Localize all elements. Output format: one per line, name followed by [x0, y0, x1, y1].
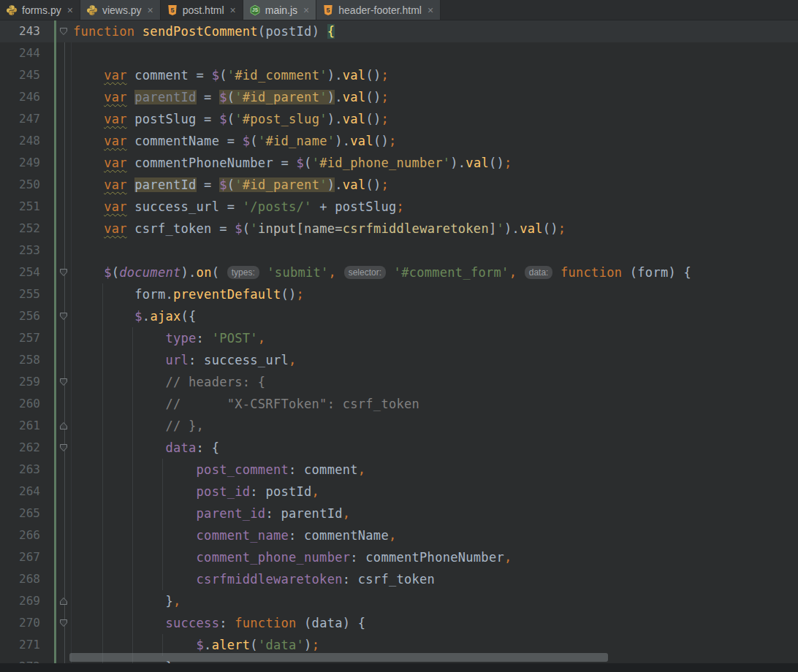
code-token: 'submit': [267, 265, 328, 280]
code-token: ': [319, 177, 327, 192]
code-token: val: [466, 156, 489, 170]
code-line[interactable]: 270 success: function (data) {: [0, 612, 798, 634]
code-line[interactable]: 254 $(document).on( types: 'submit', sel…: [0, 261, 798, 283]
code-rows: 243function sendPostComment(postId) {244…: [0, 20, 798, 672]
code-line[interactable]: 252 var csrf_token = $('input[name=csrfm…: [0, 218, 798, 240]
line-number: 261: [0, 415, 40, 437]
code-token: [73, 221, 104, 236]
close-icon[interactable]: ×: [428, 5, 433, 15]
code-token: [73, 177, 104, 192]
code-token: function: [560, 265, 622, 280]
editor-tab-bar: forms.py×views.py×5post.html×JSmain.js×5…: [0, 0, 798, 20]
code-token: ': [250, 221, 258, 236]
code-token: ,: [173, 594, 181, 608]
close-icon[interactable]: ×: [148, 5, 153, 15]
code-line[interactable]: 263 post_comment: comment,: [0, 459, 798, 481]
line-number: 244: [0, 42, 40, 64]
code-token: ': [319, 68, 327, 83]
line-number: 255: [0, 283, 40, 305]
tab-post.html[interactable]: 5post.html×: [161, 0, 243, 20]
tab-views.py[interactable]: views.py×: [80, 0, 161, 20]
code-line[interactable]: 269 },: [0, 590, 798, 612]
code-token: $: [134, 309, 142, 324]
code-line[interactable]: 258 url: success_url,: [0, 349, 798, 371]
code-token: ': [227, 68, 235, 83]
code-token: =: [197, 177, 220, 192]
close-icon[interactable]: ×: [303, 5, 309, 15]
code-token: (: [304, 156, 312, 170]
code-token: val: [520, 221, 543, 236]
tab-header-footer.html[interactable]: 5header-footer.html×: [316, 0, 441, 20]
code-token: .: [335, 177, 343, 192]
code-line[interactable]: 267 comment_phone_number: commentPhoneNu…: [0, 546, 798, 568]
code-token: #id_parent: [243, 90, 319, 104]
line-number: 263: [0, 459, 40, 481]
code-text: var commentPhoneNumber = $('#id_phone_nu…: [71, 152, 798, 174]
tab-main.js[interactable]: JSmain.js×: [243, 0, 317, 20]
code-line[interactable]: 257 type: 'POST',: [0, 327, 798, 349]
code-token: $: [104, 265, 112, 280]
code-line[interactable]: 261 // },: [0, 415, 798, 437]
code-token: (: [227, 177, 235, 192]
code-line[interactable]: 264 post_id: postId,: [0, 481, 798, 503]
code-token: [134, 24, 142, 39]
tab-forms.py[interactable]: forms.py×: [0, 0, 80, 20]
code-token: $: [219, 90, 227, 104]
code-line[interactable]: 247 var postSlug = $('#post_slug').val()…: [0, 108, 798, 130]
code-line[interactable]: 246 var parentId = $('#id_parent').val()…: [0, 86, 798, 108]
code-line[interactable]: 255 form.preventDefault();: [0, 283, 798, 305]
code-token: $: [197, 638, 205, 652]
code-text: var parentId = $('#id_parent').val();: [71, 86, 798, 108]
line-number: 262: [0, 437, 40, 459]
line-number: 260: [0, 393, 40, 415]
code-line[interactable]: 253: [0, 240, 798, 261]
code-token: [73, 616, 165, 630]
code-token: ): [327, 90, 335, 104]
code-line[interactable]: 259 // headers: {: [0, 371, 798, 393]
line-number: 264: [0, 481, 40, 503]
code-token: csrfmiddlewaretoken: [197, 572, 343, 587]
code-token: [336, 265, 344, 280]
code-token: [552, 265, 560, 280]
close-icon[interactable]: ×: [67, 5, 73, 15]
code-line[interactable]: 245 var comment = $('#id_comment').val()…: [0, 64, 798, 86]
code-line[interactable]: 265 parent_id: parentId,: [0, 503, 798, 524]
code-line[interactable]: 243function sendPostComment(postId) {: [0, 20, 798, 42]
code-token: parent_id: [197, 506, 266, 521]
code-text: var comment = $('#id_comment').val();: [71, 64, 798, 86]
code-token: parentId: [134, 90, 196, 104]
code-line[interactable]: 256 $.ajax({: [0, 305, 798, 327]
code-line[interactable]: 251 var success_url = '/posts/' + postSl…: [0, 196, 798, 218]
code-line[interactable]: 249 var commentPhoneNumber = $('#id_phon…: [0, 152, 798, 174]
code-token: ): [327, 177, 335, 192]
code-token: ': [319, 90, 327, 104]
line-number: 259: [0, 371, 40, 393]
horizontal-scrollbar-thumb[interactable]: [69, 653, 608, 662]
code-token: postSlug =: [127, 112, 219, 126]
close-icon[interactable]: ×: [230, 5, 236, 15]
code-line[interactable]: 268 csrfmiddlewaretoken: csrf_token: [0, 568, 798, 590]
code-line[interactable]: 262 data: {: [0, 437, 798, 459]
window-bottom-edge: [0, 663, 798, 672]
code-token: [73, 440, 165, 455]
code-token: success_url =: [127, 199, 243, 214]
line-number: 269: [0, 590, 40, 612]
code-token: post_id: [197, 484, 251, 499]
code-line[interactable]: 248 var commentName = $('#id_name').val(…: [0, 130, 798, 152]
code-token: var: [104, 112, 127, 126]
code-token: =: [197, 90, 220, 104]
code-line[interactable]: 266 comment_name: commentName,: [0, 524, 798, 546]
code-line[interactable]: 244: [0, 42, 798, 64]
line-number: 266: [0, 524, 40, 546]
code-token: ;: [397, 199, 405, 214]
code-text: // "X-CSRFToken": csrf_token: [71, 393, 798, 415]
code-token: function: [73, 24, 134, 39]
code-token: val: [343, 68, 366, 83]
code-token: ': [319, 112, 327, 126]
code-token: commentPhoneNumber =: [127, 156, 297, 170]
code-line[interactable]: 250 var parentId = $('#id_parent').val()…: [0, 174, 798, 196]
code-token: '#comment_form': [394, 265, 509, 280]
code-line[interactable]: 260 // "X-CSRFToken": csrf_token: [0, 393, 798, 415]
code-editor[interactable]: 243function sendPostComment(postId) {244…: [0, 20, 798, 672]
code-token: .: [335, 90, 343, 104]
